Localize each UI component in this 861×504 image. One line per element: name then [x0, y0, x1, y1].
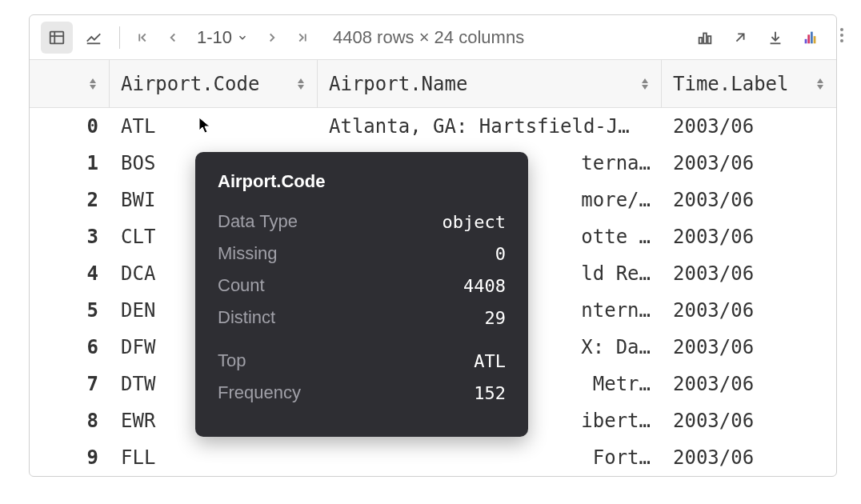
- cell-time: 2003/06: [662, 336, 836, 358]
- page-range-selector[interactable]: 1-10: [190, 27, 254, 48]
- cell-name: Atlanta, GA: Hartsfield-J…: [318, 115, 662, 138]
- page-range-text: 1-10: [197, 27, 232, 48]
- cell-code: ATL: [110, 115, 318, 138]
- tooltip-stat-label: Top: [218, 350, 246, 371]
- column-label: Time.Label: [673, 73, 789, 95]
- svg-point-2: [840, 39, 843, 42]
- svg-marker-21: [298, 85, 304, 90]
- svg-rect-14: [805, 38, 807, 43]
- table-row[interactable]: 9FLLFort…2003/06: [30, 439, 836, 476]
- shape-text: 4408 rows × 24 columns: [333, 27, 524, 48]
- last-page-button[interactable]: [290, 25, 315, 50]
- bar-chart-button[interactable]: [691, 23, 719, 52]
- cell-idx: 9: [30, 446, 110, 469]
- tooltip-stat-value: 0: [495, 244, 506, 264]
- svg-marker-20: [298, 78, 304, 83]
- toolbar: 1-10 4408 rows × 24 columns: [30, 15, 836, 60]
- column-header-time[interactable]: Time.Label: [662, 60, 836, 107]
- svg-rect-10: [708, 36, 711, 43]
- svg-marker-25: [817, 85, 823, 90]
- cell-code: FLL: [110, 446, 318, 469]
- tooltip-stat-label: Frequency: [218, 382, 301, 403]
- cell-idx: 3: [30, 226, 110, 248]
- open-external-button[interactable]: [726, 23, 755, 52]
- tooltip-stat-row: Count4408: [218, 275, 506, 296]
- prev-page-button[interactable]: [160, 25, 186, 50]
- tooltip-stat-value: object: [443, 212, 506, 232]
- svg-point-1: [840, 34, 843, 37]
- sort-icon: [815, 78, 825, 90]
- chart-view-button[interactable]: [78, 22, 110, 54]
- tooltip-stat-value: 152: [474, 383, 506, 403]
- chevron-down-icon: [237, 32, 248, 43]
- column-header-name[interactable]: Airport.Name: [318, 60, 662, 107]
- svg-rect-8: [699, 38, 703, 43]
- divider: [119, 26, 120, 49]
- svg-rect-16: [811, 31, 813, 43]
- tooltip-stat-label: Distinct: [218, 307, 275, 328]
- table-view-button[interactable]: [41, 22, 73, 54]
- column-header-code[interactable]: Airport.Code: [110, 60, 318, 107]
- cursor-icon: [198, 117, 213, 134]
- overflow-menu-button[interactable]: [832, 26, 851, 45]
- cell-time: 2003/06: [662, 262, 836, 285]
- svg-marker-23: [642, 85, 648, 90]
- cell-time: 2003/06: [662, 299, 836, 322]
- svg-rect-3: [50, 31, 64, 43]
- cell-idx: 8: [30, 410, 110, 432]
- column-tooltip: Airport.Code Data TypeobjectMissing0Coun…: [195, 152, 528, 437]
- tooltip-stat-label: Data Type: [218, 211, 298, 232]
- sort-icon: [296, 78, 306, 90]
- tooltip-stat-row: Missing0: [218, 243, 506, 264]
- tooltip-stat-row: Data Typeobject: [218, 211, 506, 232]
- cell-time: 2003/06: [662, 226, 836, 248]
- column-label: Airport.Name: [329, 73, 467, 95]
- svg-rect-9: [703, 33, 707, 43]
- tooltip-stat-label: Count: [218, 275, 265, 296]
- tooltip-title: Airport.Code: [218, 171, 506, 192]
- sort-icon: [88, 78, 98, 90]
- cell-time: 2003/06: [662, 410, 836, 432]
- tooltip-stat-row: TopATL: [218, 350, 506, 371]
- next-page-button[interactable]: [259, 25, 285, 50]
- cell-idx: 5: [30, 299, 110, 322]
- svg-marker-18: [90, 78, 96, 83]
- cell-idx: 4: [30, 262, 110, 285]
- table-header: Airport.Code Airport.Name Time.Label: [30, 60, 836, 108]
- svg-rect-15: [807, 34, 810, 43]
- tooltip-stat-value: 29: [485, 308, 507, 328]
- tooltip-stat-value: 4408: [463, 276, 506, 296]
- stats-button[interactable]: [796, 23, 825, 52]
- svg-marker-22: [642, 78, 648, 83]
- svg-marker-19: [90, 85, 96, 90]
- column-label: Airport.Code: [121, 73, 259, 95]
- table-row[interactable]: 0ATLAtlanta, GA: Hartsfield-J…2003/06: [30, 108, 836, 145]
- cell-name: Fort…: [318, 446, 662, 469]
- cell-idx: 7: [30, 373, 110, 395]
- cell-time: 2003/06: [662, 152, 836, 174]
- svg-rect-17: [814, 36, 816, 43]
- first-page-button[interactable]: [130, 25, 155, 50]
- cell-idx: 2: [30, 189, 110, 211]
- tooltip-stat-value: ATL: [474, 351, 506, 371]
- tooltip-stat-label: Missing: [218, 243, 278, 264]
- cell-time: 2003/06: [662, 373, 836, 395]
- svg-line-11: [736, 34, 743, 41]
- sort-icon: [640, 78, 650, 90]
- cell-idx: 0: [30, 115, 110, 138]
- cell-time: 2003/06: [662, 446, 836, 469]
- cell-idx: 1: [30, 152, 110, 174]
- tooltip-stat-row: Frequency152: [218, 382, 506, 403]
- svg-point-0: [840, 28, 843, 31]
- cell-time: 2003/06: [662, 189, 836, 211]
- column-header-index[interactable]: [30, 60, 110, 107]
- download-button[interactable]: [761, 23, 790, 52]
- tooltip-stat-row: Distinct29: [218, 307, 506, 328]
- svg-marker-24: [817, 78, 823, 83]
- cell-idx: 6: [30, 336, 110, 358]
- cell-time: 2003/06: [662, 115, 836, 138]
